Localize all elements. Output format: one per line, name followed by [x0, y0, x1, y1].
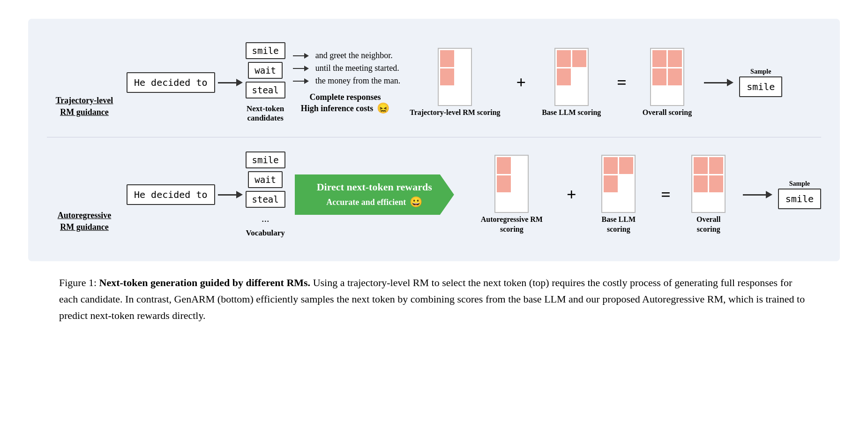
completion-arrow-3 — [293, 78, 309, 84]
figure-caption: Figure 1: Next-token generation guided b… — [59, 274, 809, 324]
bottom-token-smile: smile — [246, 151, 285, 168]
traj-rm-grid-top: Trajectory-level RM scoring — [410, 48, 500, 118]
top-section: Trajectory-levelRM guidance He decided t… — [47, 33, 821, 137]
bottom-section: AutoregressiveRM guidance He decided to … — [47, 137, 821, 247]
bottom-context-box: He decided to — [127, 184, 215, 205]
diagram: Trajectory-levelRM guidance He decided t… — [28, 19, 840, 261]
completion-text-2: until the meeting started. — [315, 63, 399, 73]
banner-text: Direct next-token rewards — [317, 181, 432, 193]
top-sample-arrow — [704, 79, 733, 86]
accurate-label: Accurate and efficient — [326, 197, 406, 207]
bottom-result-box: smile — [778, 189, 821, 209]
completion-arrow-2 — [293, 66, 309, 71]
banner-arrow: Direct next-token rewards Accurate and e… — [295, 174, 454, 215]
base-llm-label-bottom: Base LLM scoring — [592, 215, 645, 235]
bottom-left-label: AutoregressiveRM guidance — [47, 210, 122, 238]
equals-operator-bottom: = — [661, 185, 671, 204]
top-tokens-column: smile wait steal Next-tokencandidates — [246, 42, 285, 123]
completion-text-1: and greet the neighbor. — [315, 51, 393, 61]
base-llm-grid-bottom: Base LLM scoring — [592, 155, 645, 235]
inference-label: Complete responses High inference costs … — [295, 92, 396, 114]
vocab-label: Vocabulary — [246, 228, 284, 238]
bottom-token-steal: steal — [246, 191, 285, 208]
bottom-sample-arrow — [743, 191, 772, 198]
completion-arrow-1 — [293, 53, 309, 59]
top-sample-section: Sample smile — [701, 68, 782, 97]
bottom-token-wait: wait — [248, 171, 283, 188]
overall-label-bottom: Overall scoring — [687, 215, 731, 235]
top-candidates-label: Next-tokencandidates — [247, 104, 284, 123]
traj-rm-label-top: Trajectory-level RM scoring — [410, 108, 500, 118]
top-context-box: He decided to — [127, 72, 215, 93]
top-completions: and greet the neighbor. until the meetin… — [290, 51, 400, 114]
inference-emoji: 😖 — [377, 102, 389, 114]
completion-text-3: the money from the man. — [315, 76, 400, 86]
bottom-sample-section: Sample smile — [740, 180, 821, 209]
bottom-tokens-column: smile wait steal ... — [246, 151, 285, 227]
top-left-label: Trajectory-levelRM guidance — [47, 95, 122, 123]
top-token-steal: steal — [246, 82, 285, 98]
base-llm-grid-top: Base LLM scoring — [542, 48, 601, 118]
overall-grid-bottom: Overall scoring — [687, 155, 731, 235]
completion-row-1: and greet the neighbor. — [290, 51, 400, 61]
inference-text-1: Complete responses — [309, 92, 381, 102]
top-context-arrow — [218, 79, 243, 86]
accurate-emoji: 😀 — [410, 196, 422, 208]
top-token-smile: smile — [246, 42, 285, 59]
top-sample-label: Sample — [750, 68, 771, 76]
figure-number: Figure 1: — [59, 277, 97, 288]
plus-operator-bottom: + — [567, 185, 576, 204]
overall-label-top: Overall scoring — [643, 108, 692, 118]
plus-operator-top: + — [516, 73, 526, 92]
bottom-context-arrow — [218, 191, 243, 198]
bottom-sample-label: Sample — [789, 180, 810, 188]
auto-rm-label-bottom: Autoregressive RM scoring — [473, 215, 551, 235]
top-token-wait: wait — [248, 62, 283, 79]
completion-row-2: until the meeting started. — [290, 63, 400, 73]
equals-operator-top: = — [617, 73, 627, 92]
overall-grid-top: Overall scoring — [643, 48, 692, 118]
bottom-token-ellipsis: ... — [262, 211, 269, 227]
auto-rm-grid-bottom: Autoregressive RM scoring — [473, 155, 551, 235]
inference-text-2: High inference costs — [301, 104, 374, 114]
completion-row-3: the money from the man. — [290, 76, 400, 86]
top-result-box: smile — [739, 76, 782, 97]
caption-bold: Next-token generation guided by differen… — [99, 277, 311, 288]
base-llm-label-top: Base LLM scoring — [542, 108, 601, 118]
